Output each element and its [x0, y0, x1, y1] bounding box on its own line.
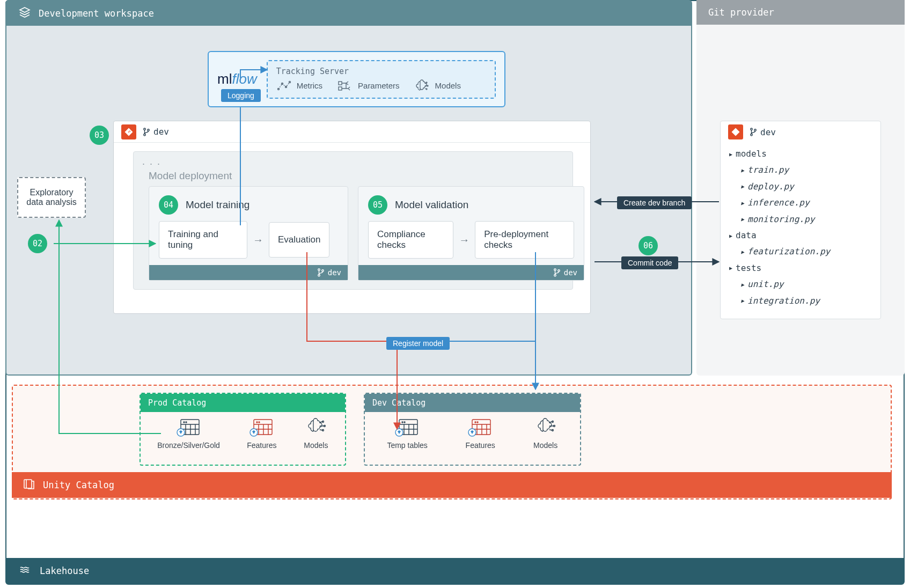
dev-catalog: Dev Catalog Temp tables Features Models [364, 393, 581, 466]
validation-footer: dev [358, 265, 584, 280]
svg-point-14 [321, 270, 324, 272]
git-provider-header: Git provider [696, 0, 905, 25]
tracking-server: Tracking Server Metrics Parameters Model… [267, 60, 496, 99]
file-monitoring.py: ▶ monitoring.py [729, 211, 872, 227]
svg-point-32 [404, 422, 405, 423]
prod-bronze: Bronze/Silver/Gold [157, 417, 220, 450]
evaluation-card: Evaluation [269, 222, 329, 258]
svg-point-35 [475, 422, 476, 423]
prod-models: Models [304, 417, 328, 450]
deploy-stack: . . . Model deployment 04 Model training… [133, 151, 573, 290]
file-inference.py: ▶ inference.py [729, 195, 872, 211]
unity-catalog-title: Unity Catalog [43, 480, 114, 490]
compliance-card: Compliance checks [368, 221, 453, 259]
tracking-metrics: Metrics [276, 79, 322, 92]
file-unit.py: ▶ unit.py [729, 276, 872, 292]
dev-workspace-title: Development workspace [39, 8, 154, 19]
svg-point-31 [402, 422, 403, 423]
file-integration.py: ▶ integration.py [729, 293, 872, 309]
dev-branch-label: dev [143, 127, 169, 137]
prod-catalog-header: Prod Catalog [141, 394, 345, 412]
brain-icon [304, 417, 328, 438]
file-featurization.py: ▶ featurization.py [729, 244, 872, 260]
step-02: 02 [28, 234, 47, 253]
branch-icon [143, 128, 150, 136]
svg-point-42 [751, 134, 753, 136]
step-05: 05 [368, 195, 387, 215]
svg-point-11 [148, 129, 150, 131]
tracking-models: Models [415, 79, 461, 92]
brain-icon [533, 417, 558, 438]
svg-point-24 [256, 422, 258, 423]
svg-point-41 [751, 128, 753, 130]
logging-badge: Logging [221, 89, 261, 102]
table-icon [468, 417, 493, 438]
file-list: ▶ models▶ train.py▶ deploy.py▶ inference… [721, 143, 880, 314]
git-file-tree: dev ▶ models▶ train.py▶ deploy.py▶ infer… [720, 121, 881, 319]
predeploy-card: Pre-deployment checks [475, 221, 574, 259]
git-icon [121, 124, 136, 139]
training-footer: dev [149, 265, 348, 280]
step-03: 03 [90, 126, 109, 145]
unity-catalog-footer: Unity Catalog [12, 472, 892, 498]
mlflow-logo: mlflow [217, 71, 257, 87]
git-tree-header: dev [721, 121, 880, 143]
catalog-icon [23, 477, 35, 493]
lakehouse-title: Lakehouse [40, 565, 89, 576]
svg-point-12 [318, 269, 320, 271]
dev-catalog-header: Dev Catalog [365, 394, 580, 412]
dev-temp-tables: Temp tables [387, 417, 427, 450]
brain-icon [415, 79, 430, 92]
register-model-label: Register model [386, 337, 450, 350]
svg-point-25 [259, 422, 260, 423]
svg-point-36 [477, 422, 478, 423]
tracking-server-title: Tracking Server [276, 67, 486, 76]
model-validation-title: Model validation [395, 199, 468, 211]
svg-point-13 [318, 275, 320, 277]
svg-rect-18 [24, 480, 32, 488]
git-icon [728, 124, 743, 139]
create-branch-label: Create dev branch [617, 196, 692, 209]
svg-point-21 [186, 422, 187, 423]
table-icon [249, 417, 274, 438]
svg-point-20 [184, 422, 185, 423]
commit-code-label: Commit code [621, 256, 678, 269]
step-04: 04 [159, 195, 178, 215]
svg-point-17 [557, 270, 560, 272]
table-icon [395, 417, 420, 438]
eda-box: Exploratory data analysis [17, 177, 86, 218]
folder-data: ▶ data [729, 227, 872, 244]
folder-tests: ▶ tests [729, 260, 872, 276]
svg-rect-4 [339, 82, 342, 85]
svg-point-43 [754, 129, 757, 131]
training-tuning-card: Training and tuning [159, 221, 247, 259]
prod-catalog: Prod Catalog Bronze/Silver/Gold Features… [140, 393, 346, 466]
git-tree-branch: dev [750, 127, 776, 137]
parameters-icon [337, 79, 353, 92]
svg-point-15 [554, 269, 556, 271]
table-icon [177, 417, 201, 438]
layers-icon [18, 6, 31, 21]
metrics-icon [276, 79, 291, 92]
svg-point-9 [144, 128, 146, 130]
file-train.py: ▶ train.py [729, 162, 872, 178]
arrow-icon: → [459, 234, 469, 246]
git-provider-title: Git provider [708, 7, 774, 18]
dev-features: Features [466, 417, 495, 450]
model-training-title: Model training [186, 199, 249, 211]
model-deployment-label: Model deployment [149, 170, 232, 182]
arrow-icon: → [253, 234, 263, 246]
dev-models: Models [533, 417, 558, 450]
lakehouse-footer: Lakehouse [6, 558, 904, 584]
step-06: 06 [639, 236, 658, 255]
ellipsis: . . . [142, 156, 161, 167]
dev-repo-window: dev . . . Model deployment 04 Model trai… [113, 121, 591, 314]
svg-rect-5 [339, 87, 342, 90]
model-validation-box: 05 Model validation Compliance checks → … [358, 186, 584, 281]
dev-workspace-header: Development workspace [6, 1, 691, 26]
model-training-box: 04 Model training Training and tuning → … [149, 186, 348, 281]
svg-point-16 [554, 275, 556, 277]
svg-point-10 [144, 134, 146, 136]
lakehouse-icon [19, 563, 32, 578]
file-deploy.py: ▶ deploy.py [729, 179, 872, 195]
